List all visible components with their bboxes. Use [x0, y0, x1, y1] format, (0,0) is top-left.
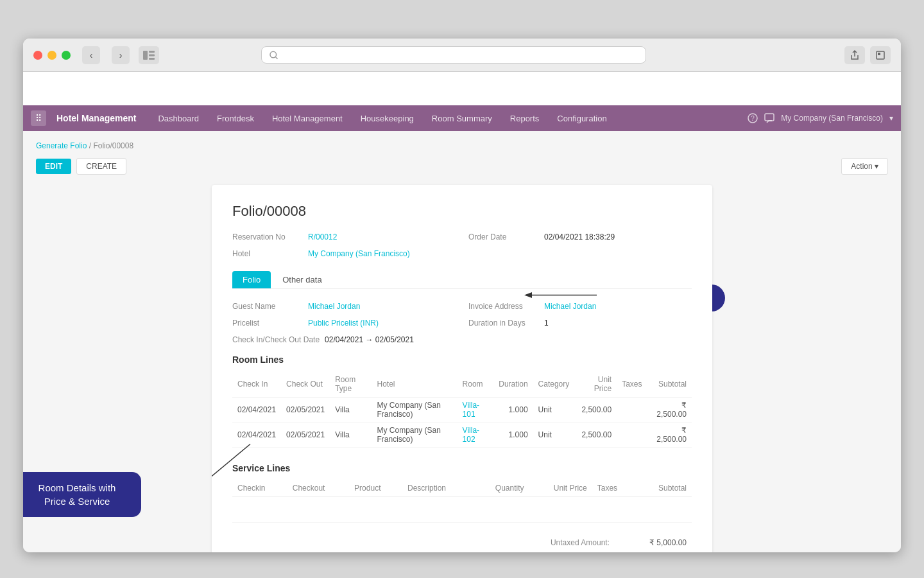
cell-taxes	[617, 398, 647, 423]
company-dropdown-icon[interactable]: ▾	[889, 114, 893, 123]
fullscreen-button[interactable]	[870, 46, 891, 64]
order-date-row: Order Date 02/04/2021 18:38:29	[468, 232, 692, 241]
col-hotel: Hotel	[372, 371, 457, 398]
nav-configuration[interactable]: Configuration	[553, 111, 610, 126]
service-lines-table: Checkin Checkout Product Description Qua…	[232, 480, 692, 523]
col-check-in: Check In	[232, 371, 281, 398]
invoice-address-value[interactable]: Michael Jordan	[544, 302, 596, 311]
guest-name-label: Guest Name	[232, 302, 303, 311]
app-icon: ⠿	[31, 110, 46, 126]
cell-unit-price: 2,500.00	[574, 423, 617, 448]
cell-subtotal: ₹ 2,500.00	[647, 398, 692, 423]
checkin-checkout-row: Check In/Check Out Date 02/04/2021 → 02/…	[232, 335, 456, 344]
svg-rect-2	[149, 54, 155, 56]
svg-text:?: ?	[751, 115, 755, 122]
service-lines-title: Service Lines	[232, 463, 692, 473]
nav-room-summary[interactable]: Room Summary	[428, 111, 496, 126]
svc-col-taxes: Taxes	[592, 480, 636, 497]
hotel-label: Hotel	[232, 249, 303, 258]
svg-rect-1	[149, 51, 155, 53]
create-button[interactable]: CREATE	[76, 158, 126, 175]
app-name: Hotel Management	[56, 113, 136, 123]
cell-checkout: 02/05/2021	[281, 398, 330, 423]
guest-name-row: Guest Name Michael Jordan	[232, 302, 456, 311]
svc-col-product: Product	[349, 480, 402, 497]
search-icon	[270, 51, 278, 60]
company-name: My Company (San Francisco)	[781, 114, 883, 123]
action-dropdown[interactable]: Action ▾	[841, 158, 888, 175]
tab-other-data[interactable]: Other data	[272, 271, 332, 288]
room-details-callout: Room Details with Price & Service	[23, 472, 141, 517]
folio-card: Folio/00008 Reservation No R/00012 Order…	[212, 185, 712, 552]
sidebar-toggle-button[interactable]	[139, 46, 159, 64]
pricelist-row: Pricelist Public Pricelist (INR)	[232, 319, 456, 328]
svg-point-4	[270, 51, 277, 58]
cell-checkin: 02/04/2021	[232, 398, 281, 423]
guest-name-value[interactable]: Michael Jordan	[308, 302, 360, 311]
cell-hotel: My Company (San Francisco)	[372, 423, 457, 448]
totals-section: Untaxed Amount: ₹ 5,000.00 Taxes: ₹ 0.00…	[232, 536, 692, 552]
cell-duration: 1.000	[493, 398, 533, 423]
col-taxes: Taxes	[617, 371, 647, 398]
cell-subtotal: ₹ 2,500.00	[647, 423, 692, 448]
checkin-checkout-value: 02/04/2021 → 02/05/2021	[325, 335, 414, 344]
cell-room[interactable]: Villa-101	[458, 398, 494, 423]
duration-label: Duration in Days	[468, 319, 539, 328]
nav-reports[interactable]: Reports	[506, 111, 543, 126]
col-check-out: Check Out	[281, 371, 330, 398]
cell-category: Unit	[533, 398, 575, 423]
search-input[interactable]	[283, 50, 638, 60]
edit-button[interactable]: EDIT	[36, 159, 71, 174]
action-bar: EDIT CREATE Action ▾	[36, 158, 888, 175]
pricelist-value[interactable]: Public Pricelist (INR)	[308, 319, 379, 328]
order-date-label: Order Date	[468, 232, 539, 241]
share-button[interactable]	[844, 46, 865, 64]
duration-row: Duration in Days 1	[468, 319, 692, 328]
breadcrumb-parent[interactable]: Generate Folio	[36, 141, 87, 150]
col-subtotal: Subtotal	[647, 371, 692, 398]
hotel-row: Hotel My Company (San Francisco)	[232, 249, 456, 258]
untaxed-label: Untaxed Amount:	[551, 538, 610, 547]
svc-col-quantity: Quantity	[473, 480, 529, 497]
room-lines-table: Check In Check Out Room Type Hotel Room …	[232, 371, 692, 448]
table-row: 02/04/2021 02/05/2021 Villa My Company (…	[232, 423, 692, 448]
nav-housekeeping[interactable]: Housekeeping	[357, 111, 418, 126]
reservation-no-label: Reservation No	[232, 232, 303, 241]
chat-icon	[764, 113, 774, 123]
cell-unit-price: 2,500.00	[574, 398, 617, 423]
traffic-light-yellow[interactable]	[47, 51, 56, 60]
col-category: Category	[533, 371, 575, 398]
svc-col-unit-price: Unit Price	[529, 480, 592, 497]
cell-room-type: Villa	[330, 398, 372, 423]
reservation-no-value[interactable]: R/00012	[308, 232, 337, 241]
col-room: Room	[458, 371, 494, 398]
cell-category: Unit	[533, 423, 575, 448]
cell-duration: 1.000	[493, 423, 533, 448]
tab-folio[interactable]: Folio	[232, 271, 271, 288]
hotel-value[interactable]: My Company (San Francisco)	[308, 249, 410, 258]
checkin-checkout-label: Check In/Check Out Date	[232, 335, 320, 344]
svg-rect-3	[149, 58, 155, 60]
invoice-address-row: Invoice Address Michael Jordan	[468, 302, 692, 311]
nav-frontdesk[interactable]: Frontdesk	[213, 111, 258, 126]
invoice-address-label: Invoice Address	[468, 302, 539, 311]
forward-button[interactable]: ›	[112, 46, 130, 64]
col-unit-price: Unit Price	[574, 371, 617, 398]
traffic-light-red[interactable]	[33, 51, 42, 60]
breadcrumb-current: Folio/00008	[93, 141, 133, 150]
back-button[interactable]: ‹	[82, 46, 100, 64]
reservation-no-row: Reservation No R/00012	[232, 232, 456, 241]
traffic-light-green[interactable]	[62, 51, 71, 60]
col-duration: Duration	[493, 371, 533, 398]
cell-room[interactable]: Villa-102	[458, 423, 494, 448]
folio-title: Folio/00008	[232, 203, 692, 220]
col-room-type: Room Type	[330, 371, 372, 398]
cell-taxes	[617, 423, 647, 448]
nav-dashboard[interactable]: Dashboard	[154, 111, 203, 126]
untaxed-value: ₹ 5,000.00	[635, 538, 687, 547]
nav-hotel-management[interactable]: Hotel Management	[268, 111, 346, 126]
svg-rect-0	[143, 51, 148, 60]
svc-col-description: Description	[402, 480, 473, 497]
svc-col-subtotal: Subtotal	[636, 480, 692, 497]
cell-checkin: 02/04/2021	[232, 423, 281, 448]
